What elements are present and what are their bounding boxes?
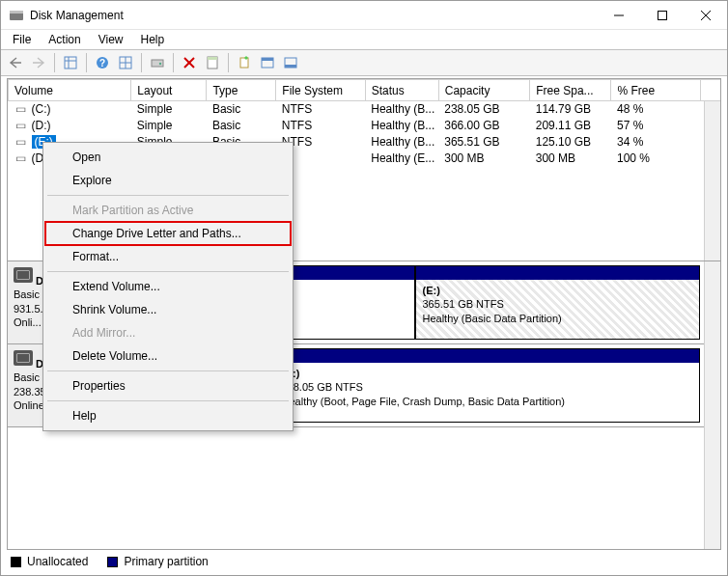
legend-bar: Unallocated Primary partition — [7, 552, 721, 571]
toolbar: ? — [1, 49, 727, 76]
menu-help[interactable]: Help — [133, 31, 173, 48]
title-bar: Disk Management — [1, 1, 727, 30]
menu-file[interactable]: File — [5, 31, 39, 48]
drive-icon: ▭ — [14, 135, 28, 149]
context-menu-item[interactable]: Properties — [45, 374, 291, 398]
context-menu-separator — [47, 400, 289, 401]
toolbar-table-icon[interactable] — [115, 52, 136, 73]
delete-icon[interactable] — [179, 52, 200, 73]
app-icon — [9, 8, 24, 23]
svg-rect-14 — [152, 60, 163, 67]
minimize-button[interactable] — [597, 1, 640, 29]
column-header[interactable]: Volume — [9, 80, 131, 101]
disk-scrollbar[interactable] — [704, 261, 720, 549]
context-menu-item[interactable]: Extend Volume... — [45, 275, 291, 298]
context-menu-item[interactable]: Explore — [45, 169, 291, 192]
partition[interactable]: (C:)238.05 GB NTFSHealthy (Boot, Page Fi… — [275, 348, 700, 423]
column-header[interactable]: Capacity — [438, 80, 529, 101]
volume-row[interactable]: ▭(C:)SimpleBasicNTFSHealthy (B...238.05 … — [9, 101, 721, 118]
legend-primary-swatch — [107, 557, 118, 567]
toolbar-disk-top-icon[interactable] — [257, 52, 278, 73]
window-title: Disk Management — [30, 9, 597, 22]
svg-rect-20 — [240, 58, 248, 68]
column-header[interactable]: Layout — [131, 80, 207, 101]
disk-icon — [14, 350, 33, 366]
column-header[interactable]: % Free — [611, 80, 700, 101]
context-menu-item[interactable]: Help — [45, 404, 291, 427]
column-header[interactable]: File System — [276, 80, 365, 101]
column-header[interactable]: Status — [365, 80, 438, 101]
legend-unallocated-swatch — [11, 557, 21, 567]
toolbar-details-icon[interactable] — [60, 52, 81, 73]
menu-view[interactable]: View — [91, 31, 131, 48]
svg-rect-1 — [10, 11, 23, 14]
context-menu-item: Add Mirror... — [45, 321, 291, 344]
back-button[interactable] — [5, 52, 26, 73]
svg-rect-22 — [262, 58, 273, 61]
context-menu-separator — [47, 195, 289, 196]
toolbar-disk-bottom-icon[interactable] — [280, 52, 301, 73]
close-button[interactable] — [684, 1, 727, 29]
context-menu: OpenExploreMark Partition as ActiveChang… — [42, 142, 294, 431]
context-menu-item[interactable]: Open — [45, 146, 291, 169]
drive-icon: ▭ — [14, 151, 28, 165]
svg-text:?: ? — [99, 58, 105, 69]
drive-icon: ▭ — [14, 119, 28, 132]
svg-rect-6 — [65, 57, 76, 69]
context-menu-item[interactable]: Delete Volume... — [45, 344, 291, 368]
partition[interactable]: (E:)365.51 GB NTFSHealthy (Basic Data Pa… — [415, 265, 700, 340]
column-header[interactable]: Type — [207, 80, 276, 101]
disk-icon — [14, 267, 33, 283]
column-header[interactable]: Free Spa... — [530, 80, 611, 101]
context-menu-item: Mark Partition as Active — [45, 199, 291, 222]
volume-scrollbar[interactable] — [704, 101, 720, 261]
svg-point-15 — [159, 63, 161, 65]
properties-icon[interactable] — [202, 52, 223, 73]
menu-action[interactable]: Action — [41, 31, 88, 48]
legend-unallocated-label: Unallocated — [27, 555, 88, 568]
drive-icon: ▭ — [14, 102, 28, 116]
context-menu-separator — [47, 370, 289, 371]
context-menu-separator — [47, 271, 289, 272]
toolbar-drive-icon[interactable] — [147, 52, 168, 73]
maximize-button[interactable] — [640, 1, 684, 29]
menu-bar: File Action View Help — [1, 30, 727, 49]
toolbar-new-icon[interactable] — [234, 52, 255, 73]
forward-button[interactable] — [28, 52, 49, 73]
svg-rect-3 — [658, 11, 666, 19]
legend-primary-label: Primary partition — [124, 555, 208, 568]
context-menu-item[interactable]: Change Drive Letter and Paths... — [45, 222, 291, 245]
svg-rect-24 — [285, 65, 296, 68]
help-icon[interactable]: ? — [92, 52, 113, 73]
context-menu-item[interactable]: Shrink Volume... — [45, 298, 291, 321]
volume-row[interactable]: ▭(D:)SimpleBasicNTFSHealthy (B...366.00 … — [9, 118, 721, 134]
context-menu-item[interactable]: Format... — [45, 245, 291, 268]
svg-rect-19 — [208, 57, 217, 60]
